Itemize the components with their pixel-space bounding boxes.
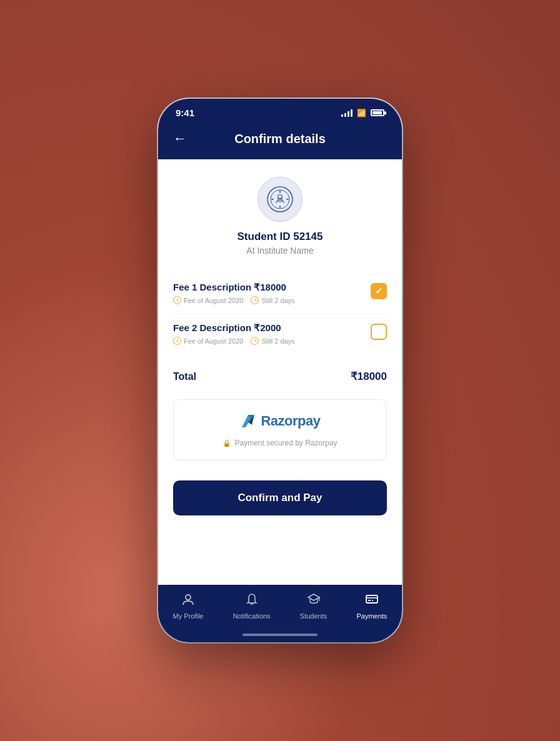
status-bar: 9:41 📶	[158, 99, 402, 123]
svg-rect-8	[372, 600, 373, 601]
fee-days-1: Still 2 days	[251, 296, 294, 304]
payment-secured-text: 🔒 Payment secured by Razorpay	[222, 439, 337, 447]
nav-item-payments[interactable]: Payments	[356, 592, 387, 620]
student-id: Student ID 52145	[238, 231, 323, 243]
fee-days-2: Still 2 days	[251, 337, 294, 345]
nav-label-payments: Payments	[356, 612, 387, 620]
battery-icon	[371, 109, 384, 116]
nav-item-students[interactable]: Students	[300, 592, 327, 620]
razorpay-name: Razorpay	[261, 413, 320, 429]
wifi-icon: 📶	[357, 109, 366, 117]
notifications-icon	[245, 592, 259, 610]
fee-name-2: Fee 2 Description ₹2000	[173, 322, 363, 334]
app-header: ← Confirm details	[158, 123, 402, 159]
nav-label-profile: My Profile	[173, 612, 204, 620]
institute-logo	[258, 177, 302, 222]
fee-month-label-2: Fee of August 2020	[184, 337, 243, 345]
lock-icon: 🔒	[222, 439, 231, 447]
fee-month-1: i Fee of August 2020	[173, 296, 243, 304]
fee-checkbox-1[interactable]	[371, 283, 387, 299]
fee-month-2: i Fee of August 2020	[173, 337, 243, 345]
clock-icon-2	[251, 337, 259, 345]
students-icon	[307, 592, 321, 610]
nav-item-notifications[interactable]: Notifications	[233, 592, 271, 620]
bottom-nav: My Profile Notifications Students	[158, 585, 402, 630]
phone-frame: 9:41 📶 ← Confirm details	[158, 99, 402, 642]
fee-meta-1: i Fee of August 2020 Still 2 days	[173, 296, 363, 304]
svg-rect-5	[366, 595, 378, 603]
main-content: Student ID 52145 At Institute Name Fee 1…	[158, 159, 402, 585]
fee-info-1: Fee 1 Description ₹18000 i Fee of August…	[173, 282, 363, 304]
payments-icon	[365, 592, 379, 610]
secured-label: Payment secured by Razorpay	[234, 439, 337, 447]
info-icon-2: i	[173, 337, 181, 345]
total-amount: ₹18000	[351, 370, 387, 383]
fee-item-2: Fee 2 Description ₹2000 i Fee of August …	[173, 314, 387, 354]
total-label: Total	[173, 371, 196, 382]
profile-icon	[181, 592, 195, 610]
fee-checkbox-2[interactable]	[371, 324, 387, 340]
info-icon-1: i	[173, 296, 181, 304]
status-icons: 📶	[341, 109, 384, 117]
signal-icon	[341, 109, 352, 117]
fee-list: Fee 1 Description ₹18000 i Fee of August…	[158, 268, 402, 359]
fee-info-2: Fee 2 Description ₹2000 i Fee of August …	[173, 322, 363, 345]
fee-month-label-1: Fee of August 2020	[184, 297, 243, 304]
razorpay-symbol	[239, 412, 257, 430]
institute-emblem	[266, 186, 294, 213]
page-title: Confirm details	[234, 132, 326, 146]
confirm-btn-wrapper: Confirm and Pay	[158, 470, 402, 528]
institute-section: Student ID 52145 At Institute Name	[158, 159, 402, 268]
fee-days-label-1: Still 2 days	[261, 297, 294, 304]
clock-icon-1	[251, 296, 259, 304]
svg-rect-7	[368, 600, 371, 601]
fee-item: Fee 1 Description ₹18000 i Fee of August…	[173, 273, 387, 314]
svg-point-3	[186, 595, 191, 600]
confirm-pay-button[interactable]: Confirm and Pay	[173, 480, 387, 515]
home-indicator	[158, 630, 402, 642]
nav-label-notifications: Notifications	[233, 612, 271, 620]
fee-meta-2: i Fee of August 2020 Still 2 days	[173, 337, 363, 345]
razorpay-logo: Razorpay	[239, 412, 320, 430]
time-display: 9:41	[176, 107, 194, 118]
institute-name: At Institute Name	[246, 246, 313, 256]
home-bar	[242, 634, 318, 636]
nav-item-profile[interactable]: My Profile	[173, 592, 204, 620]
back-button[interactable]: ←	[173, 131, 187, 147]
fee-days-label-2: Still 2 days	[261, 337, 294, 345]
nav-label-students: Students	[300, 612, 327, 620]
payment-section: Razorpay 🔒 Payment secured by Razorpay	[173, 399, 387, 460]
total-row: Total ₹18000	[158, 361, 402, 392]
fee-name-1: Fee 1 Description ₹18000	[173, 282, 363, 293]
